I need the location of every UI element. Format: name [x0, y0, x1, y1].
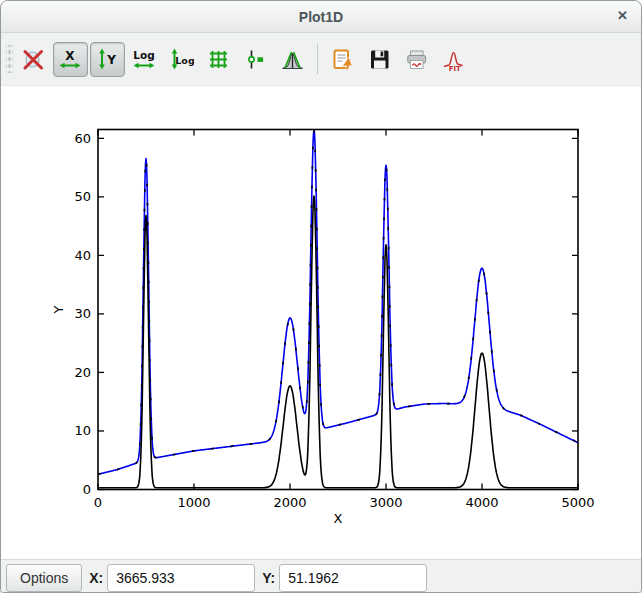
y-tick-label: 30	[74, 306, 91, 321]
svg-text:Y: Y	[106, 53, 116, 67]
y-tick-label: 0	[83, 482, 91, 497]
y-autoscale-icon: Y	[95, 47, 120, 72]
print-button[interactable]	[399, 42, 434, 77]
svg-text:Log: Log	[133, 49, 154, 61]
toolbar: X YLog Log FIT	[1, 33, 641, 86]
fit-button[interactable]: FIT	[436, 42, 471, 77]
x-coordinate-label: X:	[89, 570, 103, 586]
x-tick-label: 3000	[369, 495, 402, 510]
svg-text:Log: Log	[175, 54, 194, 65]
fit-dash-markers	[98, 130, 578, 474]
x-coordinate-field[interactable]	[107, 564, 255, 592]
plot-frame	[98, 130, 578, 490]
y-tick-label: 40	[74, 248, 91, 263]
x-tick-label: 0	[94, 495, 102, 510]
black-curve	[98, 196, 578, 488]
statusbar: Options X: Y:	[1, 559, 641, 593]
save-button[interactable]	[362, 42, 397, 77]
y-coordinate-field[interactable]	[279, 564, 427, 592]
y-tick-label: 50	[74, 189, 91, 204]
reset-zoom-icon	[21, 47, 46, 72]
reset-zoom-button[interactable]	[16, 42, 51, 77]
x-log-button[interactable]: Log	[127, 42, 162, 77]
copy-to-clipboard-button[interactable]	[325, 42, 360, 77]
y-tick-label: 10	[74, 423, 91, 438]
blue-curve	[98, 130, 578, 474]
toolbar-grip-handle[interactable]	[6, 45, 13, 73]
peak-search-icon	[280, 47, 305, 72]
y-log-icon: Log	[169, 47, 194, 72]
x-axis-label: X	[334, 511, 343, 526]
toggle-points-icon	[243, 47, 268, 72]
x-tick-label: 4000	[465, 495, 498, 510]
y-axis-label: Y	[51, 305, 66, 314]
y-log-button[interactable]: Log	[164, 42, 199, 77]
x-tick-label: 2000	[273, 495, 306, 510]
save-icon	[367, 47, 392, 72]
y-tick-label: 60	[74, 131, 91, 146]
copy-to-clipboard-icon	[330, 47, 355, 72]
y-tick-label: 20	[74, 365, 91, 380]
titlebar: Plot1D ✕	[1, 1, 641, 33]
svg-text:X: X	[65, 49, 75, 63]
toolbar-separator	[317, 44, 318, 74]
x-log-icon: Log	[132, 47, 157, 72]
grid-icon	[206, 47, 231, 72]
y-autoscale-button[interactable]: Y	[90, 42, 125, 77]
x-tick-label: 1000	[177, 495, 210, 510]
grid-button[interactable]	[201, 42, 236, 77]
x-tick-label: 5000	[561, 495, 594, 510]
plot-area: 0100020003000400050000102030405060XY	[1, 86, 641, 559]
fit-icon: FIT	[441, 47, 466, 72]
window-title: Plot1D	[299, 9, 343, 25]
plot1d-window: Plot1D ✕ X YLog Log FIT 010002000	[0, 0, 642, 593]
options-button[interactable]: Options	[6, 564, 82, 592]
y-coordinate-label: Y:	[262, 570, 275, 586]
close-icon[interactable]: ✕	[617, 9, 628, 23]
x-autoscale-button[interactable]: X	[53, 42, 88, 77]
plot-canvas[interactable]: 0100020003000400050000102030405060XY	[1, 86, 641, 559]
print-icon	[404, 47, 429, 72]
toggle-points-button[interactable]	[238, 42, 273, 77]
peak-search-button[interactable]	[275, 42, 310, 77]
x-autoscale-icon: X	[58, 47, 83, 72]
svg-text:FIT: FIT	[449, 64, 461, 71]
